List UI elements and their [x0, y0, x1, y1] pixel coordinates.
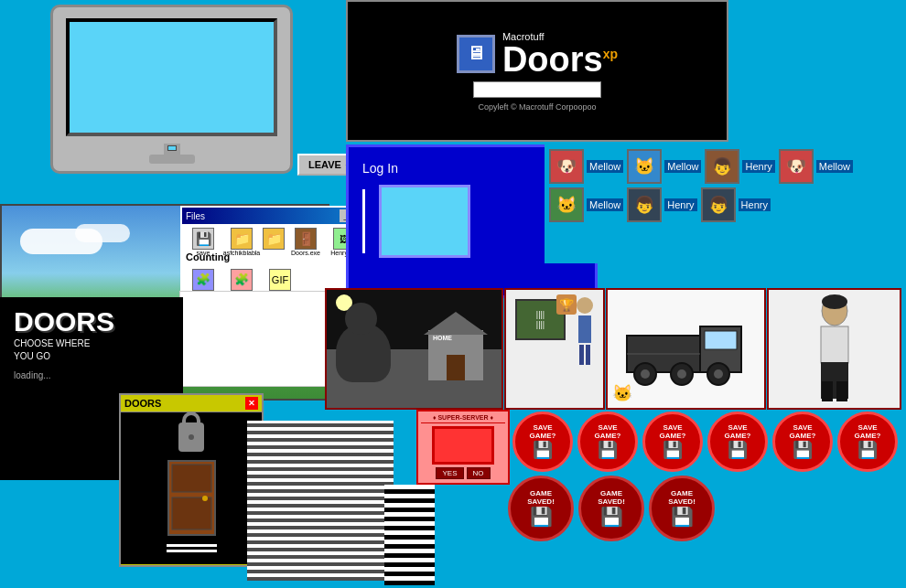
house-sign: HOME	[433, 335, 452, 341]
animal-figure: 🐱	[612, 383, 632, 403]
figure-head	[577, 297, 593, 314]
file-icon-door[interactable]: 🚪 Doors.exe	[288, 228, 323, 265]
monitor-power-light	[167, 145, 177, 151]
cloud-2	[75, 224, 130, 242]
save-game-saved-3[interactable]: GAMESAVED! 💾	[649, 476, 715, 541]
counting-label: Counting	[186, 251, 230, 262]
save-game-5-label: SAVEGAME?	[790, 423, 816, 440]
choose-door-close[interactable]: ✕	[245, 397, 258, 410]
save-game-2-icon: 💾	[598, 440, 618, 460]
comic-2-content: |||||||| 🏆	[506, 290, 603, 408]
svg-rect-16	[821, 326, 848, 363]
choose-door-body	[121, 412, 262, 564]
house-door	[447, 355, 465, 380]
monitor	[50, 5, 293, 174]
super-server-title: ♦ SUPER-SERVER ♦	[421, 414, 505, 423]
super-server-panel: ♦ SUPER-SERVER ♦ YES NO	[416, 410, 510, 485]
truck-svg	[618, 308, 755, 390]
save-game-1-icon: 💾	[533, 440, 553, 460]
save-game-2[interactable]: SAVEGAME? 💾	[577, 412, 638, 472]
doors-xp-content: 🖥 Macrotuff Doorsxp Copyleft © Macrotuff…	[348, 2, 727, 140]
user-name-henry2: Henry	[664, 198, 696, 211]
user-avatar-mellow1: 🐶	[549, 149, 584, 184]
user-avatar-mellow2: 🐱	[627, 149, 662, 184]
user-item-mellow3[interactable]: 🐶 Mellow	[779, 149, 853, 184]
door-panels-area	[247, 421, 394, 581]
choose-door-titlebar: DOORS ✕	[121, 395, 262, 412]
user-item-henry3[interactable]: 👦 Henry	[701, 187, 771, 222]
door-stripes	[167, 544, 217, 555]
save-game-2-label: SAVEGAME?	[595, 423, 621, 440]
comic-panel-3: 🐱	[606, 288, 766, 410]
padlock-keyhole	[189, 434, 194, 440]
file-manager-title: Files	[186, 211, 205, 221]
comic-panel-1: HOME	[325, 288, 503, 410]
svg-point-12	[714, 369, 723, 379]
tally-marks: ||||||||	[536, 310, 545, 330]
monitor-base-foot	[149, 155, 195, 164]
login-input-box[interactable]	[379, 185, 470, 258]
puzzle-icon-counting: 🧩	[192, 269, 214, 291]
save-game-4[interactable]: SAVEGAME? 💾	[707, 412, 768, 472]
save-game-3[interactable]: SAVEGAME? 💾	[642, 412, 703, 472]
figure-body	[578, 315, 591, 343]
comic-panel-2: |||||||| 🏆	[504, 288, 605, 410]
user-name-henry3: Henry	[739, 198, 771, 211]
save-game-row1: SAVEGAME? 💾 SAVEGAME? 💾 SAVEGAME? 💾 SAVE…	[512, 412, 898, 472]
puzzle-icon-truck: 🧩	[231, 269, 253, 291]
svg-rect-18	[822, 381, 833, 401]
doors-xp-version: xp	[603, 47, 618, 61]
striped-area	[384, 485, 435, 585]
saved-2-label: GAMESAVED!	[598, 489, 625, 506]
user-name-mellow2: Mellow	[664, 160, 701, 173]
comic-4-content	[769, 290, 900, 408]
door-svg	[167, 459, 217, 537]
svg-point-15	[822, 294, 847, 309]
user-panel: 🐶 Mellow 🐱 Mellow 👦 Henry 🐶 Mellow 🐱 Mel…	[545, 144, 901, 263]
doors-title-text: Doors	[502, 40, 603, 79]
save-game-6-icon: 💾	[857, 440, 878, 460]
super-server-yes[interactable]: YES	[436, 467, 463, 479]
doors-xp-title: Doorsxp	[502, 42, 618, 77]
save-game-6[interactable]: SAVEGAME? 💾	[837, 412, 898, 472]
user-avatar-henry2: 👦	[627, 187, 662, 222]
svg-rect-1	[172, 465, 211, 492]
svg-rect-6	[705, 331, 737, 349]
save-game-saved-1[interactable]: GAMESAVED! 💾	[508, 476, 574, 541]
door-icon: 🚪	[295, 228, 317, 250]
user-avatar-mellow4: 🐱	[549, 187, 584, 222]
saved-2-icon: 💾	[600, 506, 623, 528]
user-item-henry2[interactable]: 👦 Henry	[627, 187, 696, 222]
svg-point-8	[641, 369, 650, 379]
choose-door-title: DOORS	[124, 398, 161, 409]
super-server-buttons: YES NO	[421, 467, 505, 479]
doors-game-subtitle: CHOOSE WHEREYOU GO	[0, 337, 183, 363]
saved-3-label: GAMESAVED!	[668, 489, 696, 506]
save-game-1[interactable]: SAVEGAME? 💾	[512, 412, 573, 472]
svg-rect-2	[172, 497, 211, 529]
choose-door-window: DOORS ✕	[119, 393, 264, 567]
doors-game-title: DOORS	[0, 297, 183, 337]
svg-point-3	[202, 496, 208, 501]
user-item-mellow2[interactable]: 🐱 Mellow	[627, 149, 701, 184]
comic-panel-4	[767, 288, 901, 410]
save-game-3-icon: 💾	[663, 440, 683, 460]
user-item-mellow4[interactable]: 🐱 Mellow	[549, 187, 623, 222]
folder-icon: 📁	[231, 228, 253, 250]
comic-1-content: HOME	[327, 290, 502, 408]
file-icon-folder2[interactable]: 📁	[263, 228, 285, 265]
user-item-mellow1[interactable]: 🐶 Mellow	[549, 149, 623, 184]
user-name-mellow3: Mellow	[816, 160, 853, 173]
save-game-5[interactable]: SAVEGAME? 💾	[772, 412, 833, 472]
person-svg	[798, 294, 871, 404]
gif-icon: GIF	[269, 269, 291, 291]
user-item-henry1[interactable]: 👦 Henry	[705, 149, 774, 184]
doors-game-loading: loading...	[0, 370, 183, 380]
padlock-shackle	[182, 412, 200, 426]
save-game-saved-2[interactable]: GAMESAVED! 💾	[578, 476, 644, 541]
super-server-no[interactable]: NO	[467, 467, 491, 479]
doors-xp-copyright: Copyleft © Macrotuff Corpoopoo	[478, 102, 596, 112]
user-name-mellow4: Mellow	[587, 198, 623, 211]
save-game-6-label: SAVEGAME?	[855, 423, 881, 440]
save-game-1-label: SAVEGAME?	[530, 423, 556, 440]
